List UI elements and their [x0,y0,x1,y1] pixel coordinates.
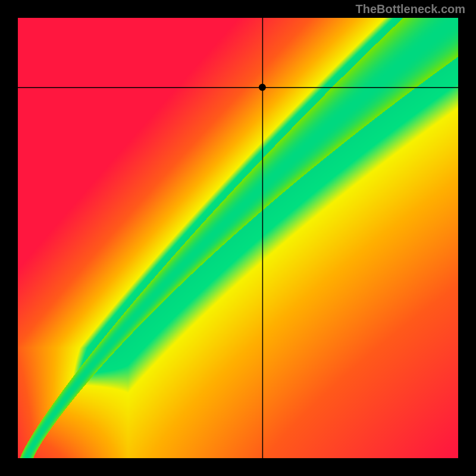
heatmap-canvas [18,18,458,458]
watermark-label: TheBottleneck.com [356,2,465,16]
heatmap-plot [18,18,458,458]
